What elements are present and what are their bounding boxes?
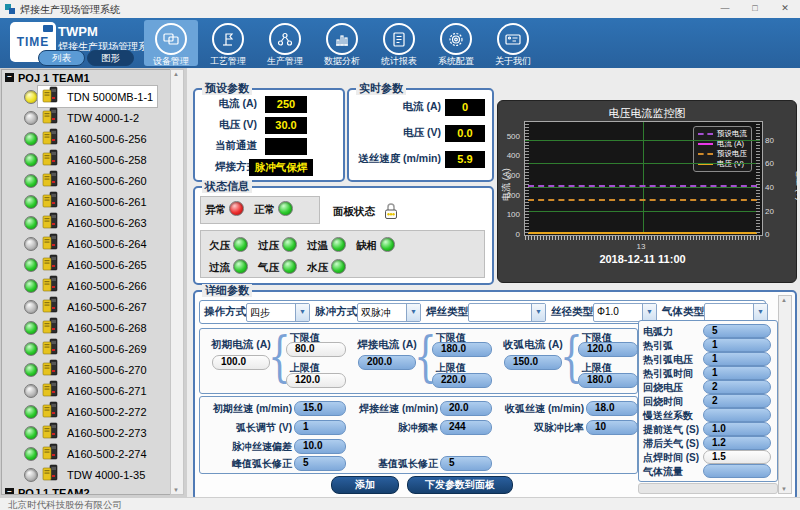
device-item[interactable]: A160-500-6-266 [2,275,170,296]
welder-icon [42,401,59,422]
dropdown-4[interactable]: Φ1.0▼ [593,303,657,322]
lower-limit-field[interactable]: 180.0 [432,342,492,357]
speed-value-field[interactable]: 10 [586,420,638,435]
device-item[interactable]: TDW 4000-1-35 [2,464,170,485]
device-item-label: A160-500-6-261 [67,196,147,208]
scroll-down-icon[interactable]: ▼ [779,486,789,492]
sidebar-scrollbar[interactable]: ▲ ▼ [170,69,184,495]
device-item[interactable]: A160-500-6-269 [2,338,170,359]
device-item[interactable]: A160-500-6-265 [2,254,170,275]
side-param-field[interactable]: 1 [703,338,771,352]
nav-item-about-us[interactable]: 关于我们 [486,20,540,66]
welder-icon [42,212,59,233]
minimize-button[interactable]: — [710,0,740,18]
scroll-up-icon[interactable]: ▲ [779,297,789,303]
device-item[interactable]: A160-500-6-256 [2,128,170,149]
current-value-field[interactable]: 100.0 [212,355,270,370]
speed-value-field[interactable]: 20.0 [440,401,492,416]
horizontal-scrollbar[interactable] [638,483,778,494]
side-param-label: 回烧电压 [643,381,683,395]
device-item[interactable]: A160-500-6-258 [2,149,170,170]
scroll-up-icon[interactable]: ▲ [171,71,181,77]
speed-cell: 初期丝速 (m/min)15.0 [200,401,346,416]
send-params-button[interactable]: 下发参数到面板 [407,476,513,494]
current-value-field[interactable]: 150.0 [504,355,562,370]
chevron-down-icon[interactable]: ▼ [406,304,420,321]
side-param-field[interactable] [703,464,771,478]
device-item[interactable]: TDN 5000MB-1-1 [2,86,170,107]
device-item[interactable]: A160-500-2-273 [2,422,170,443]
chevron-down-icon[interactable]: ▼ [531,304,545,321]
nav-item-data-analysis[interactable]: 数据分析 [315,20,369,66]
speed-value-field[interactable]: 5 [440,456,492,471]
nav-item-production-manage[interactable]: 生产管理 [258,20,312,66]
speed-value-field[interactable]: 5 [294,456,346,471]
speed-value-field[interactable]: 10.0 [294,439,346,454]
device-item[interactable]: TDW 4000-1-2 [2,107,170,128]
side-param-field[interactable]: 1 [703,366,771,380]
right-tick-label: 80 [765,136,785,145]
nav-item-system-config[interactable]: 系统配置 [429,20,483,66]
chart-title: 电压电流监控图 [498,106,796,121]
nav-item-device-manage[interactable]: 设备管理 [144,20,198,66]
status-info-panel: 状态信息 异常正常 面板状态 欠压过压过温缺相过流气压水压 [193,186,494,285]
add-button[interactable]: 添加 [331,476,399,494]
lower-limit-field[interactable]: 120.0 [578,342,638,357]
chevron-down-icon[interactable]: ▼ [753,304,767,321]
device-item-label: A160-500-2-272 [67,406,147,418]
side-param-field[interactable]: 2 [703,394,771,408]
chevron-down-icon[interactable]: ▼ [642,304,656,321]
device-item[interactable]: A160-500-6-267 [2,296,170,317]
dropdown-value [469,304,531,321]
upper-limit-field[interactable]: 220.0 [432,373,492,388]
dropdown-1[interactable]: 四步▼ [246,303,310,322]
minor-ticks-y-right [756,122,760,233]
chevron-down-icon[interactable]: ▼ [295,304,309,321]
dropdown-value: 双脉冲 [358,304,406,321]
device-item[interactable]: A160-500-6-263 [2,212,170,233]
device-item-body: A160-500-6-265 [38,254,151,275]
side-param-field[interactable] [703,408,771,422]
speed-value-field[interactable]: 15.0 [294,401,346,416]
scroll-down-icon[interactable]: ▼ [171,487,181,493]
upper-limit-field[interactable]: 120.0 [286,373,346,388]
device-item-label: A160-500-6-268 [67,322,147,334]
speed-label: 脉冲频率 [346,421,438,435]
current-value-field[interactable]: 200.0 [358,355,416,370]
dropdown-3[interactable]: ▼ [468,303,546,322]
device-item[interactable]: A160-500-6-271 [2,380,170,401]
device-item[interactable]: A160-500-6-260 [2,170,170,191]
side-param-field[interactable]: 2 [703,380,771,394]
side-param-field[interactable]: 1.2 [703,436,771,450]
panel-title: 预设参数 [202,82,252,95]
side-param-field[interactable]: 1 [703,352,771,366]
device-item[interactable]: A160-500-6-268 [2,317,170,338]
device-status-led [24,195,38,209]
lower-limit-field[interactable]: 80.0 [286,342,346,357]
collapse-icon[interactable]: − [5,488,14,495]
device-item-label: A160-500-6-269 [67,343,147,355]
speed-value-field[interactable]: 244 [440,420,492,435]
main-nav: 设备管理工艺管理生产管理数据分析统计报表系统配置关于我们 [0,18,800,68]
device-item[interactable]: A160-500-6-270 [2,359,170,380]
device-item[interactable]: A160-500-6-264 [2,233,170,254]
detail-scrollbar[interactable]: ▲ ▼ [778,295,792,494]
side-param-field[interactable]: 1.0 [703,422,771,436]
speed-cell: 双脉冲比率10 [492,420,638,435]
dropdown-2[interactable]: 双脉冲▼ [357,303,421,322]
gridline-v [643,122,644,233]
side-param-field[interactable]: 5 [703,324,771,338]
nav-item-process-manage[interactable]: 工艺管理 [201,20,255,66]
device-item[interactable]: A160-500-2-272 [2,401,170,422]
close-button[interactable]: ✕ [770,0,800,18]
device-item[interactable]: A160-500-2-274 [2,443,170,464]
collapse-icon[interactable]: − [5,73,14,82]
side-param-field[interactable]: 1.5 [703,450,771,464]
maximize-button[interactable]: □ [740,0,770,18]
speed-value-field[interactable]: 1 [294,420,346,435]
device-item[interactable]: A160-500-6-261 [2,191,170,212]
upper-limit-field[interactable]: 180.0 [578,373,638,388]
speed-value-field[interactable]: 18.0 [586,401,638,416]
nav-item-statistics-report[interactable]: 统计报表 [372,20,426,66]
dropdown-5[interactable]: ▼ [704,303,768,322]
